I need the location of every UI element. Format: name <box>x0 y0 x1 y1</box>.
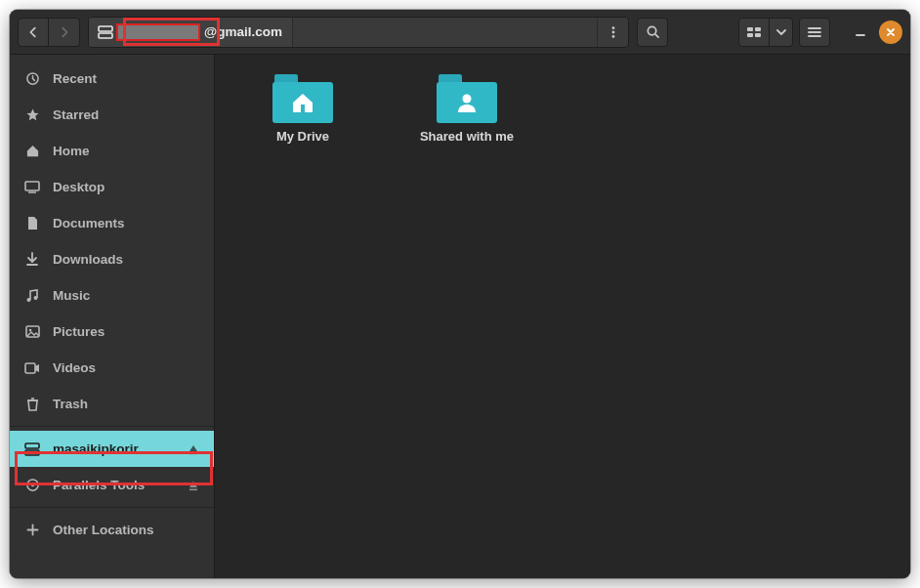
svg-point-19 <box>27 298 31 302</box>
folder-label: My Drive <box>276 129 329 144</box>
sidebar-item-pictures[interactable]: Pictures <box>10 314 214 350</box>
svg-rect-34 <box>301 105 305 112</box>
svg-point-35 <box>463 95 472 104</box>
drive-icon <box>23 441 41 458</box>
svg-point-22 <box>28 329 31 332</box>
music-icon <box>23 287 41 305</box>
svg-point-5 <box>648 26 655 34</box>
icon-view[interactable]: My Drive Shared with me <box>215 55 910 578</box>
trash-icon <box>23 396 41 413</box>
minimize-button[interactable] <box>848 18 873 47</box>
svg-rect-23 <box>25 363 35 373</box>
sidebar-item-home[interactable]: Home <box>10 133 214 169</box>
svg-rect-16 <box>25 182 39 190</box>
nav-forward-button[interactable] <box>49 18 80 47</box>
pictures-icon <box>23 323 41 341</box>
path-label: @gmail.com <box>204 24 282 39</box>
svg-point-3 <box>611 30 614 33</box>
sidebar-item-downloads[interactable]: Downloads <box>10 241 214 277</box>
search-button[interactable] <box>637 18 668 47</box>
star-icon <box>23 106 41 124</box>
sidebar-item-starred[interactable]: Starred <box>10 97 214 133</box>
hamburger-menu-button[interactable] <box>799 18 830 47</box>
svg-point-4 <box>611 34 614 37</box>
svg-rect-31 <box>189 488 197 490</box>
svg-rect-8 <box>755 27 761 31</box>
path-menu-button[interactable] <box>597 18 628 47</box>
folder-icon <box>272 74 333 123</box>
svg-line-6 <box>655 34 658 37</box>
file-manager-window: @gmail.com <box>10 10 910 578</box>
download-icon <box>23 251 41 269</box>
sidebar-item-documents[interactable]: Documents <box>10 205 214 241</box>
sidebar-mount-google-drive[interactable]: masaikipkorir… <box>10 431 214 467</box>
folder-shared-with-me[interactable]: Shared with me <box>408 74 525 144</box>
videos-icon <box>23 359 41 377</box>
eject-button[interactable] <box>185 477 202 494</box>
document-icon <box>23 215 41 232</box>
folder-icon <box>437 74 497 123</box>
svg-rect-0 <box>99 26 112 31</box>
sidebar-mount-parallels[interactable]: Parallels Tools <box>10 467 214 503</box>
location-pathbar[interactable]: @gmail.com <box>88 17 629 48</box>
svg-rect-1 <box>99 33 112 38</box>
clock-icon <box>23 70 41 88</box>
desktop-icon <box>23 179 41 196</box>
redacted-username <box>116 23 200 41</box>
folder-label: Shared with me <box>420 129 514 144</box>
svg-rect-27 <box>25 450 39 455</box>
svg-rect-10 <box>755 33 761 37</box>
svg-rect-28 <box>189 452 197 454</box>
home-icon <box>23 143 41 160</box>
sidebar-separator <box>10 426 214 427</box>
svg-rect-9 <box>747 33 753 37</box>
view-mode-button[interactable] <box>738 18 770 47</box>
sidebar-item-recent[interactable]: Recent <box>10 61 214 97</box>
drive-icon <box>97 23 114 41</box>
places-sidebar: Recent Starred Home Desktop Documents Do… <box>10 55 215 578</box>
svg-point-30 <box>30 483 33 486</box>
folder-my-drive[interactable]: My Drive <box>244 74 361 144</box>
sidebar-item-desktop[interactable]: Desktop <box>10 169 214 205</box>
path-segment[interactable]: @gmail.com <box>89 18 293 47</box>
sidebar-item-music[interactable]: Music <box>10 277 214 314</box>
plus-icon <box>23 522 41 539</box>
eject-button[interactable] <box>185 441 202 458</box>
view-mode-dropdown[interactable] <box>770 18 793 47</box>
sidebar-item-trash[interactable]: Trash <box>10 386 214 422</box>
disc-icon <box>23 477 41 494</box>
nav-back-button[interactable] <box>18 18 49 47</box>
headerbar: @gmail.com <box>10 10 910 55</box>
sidebar-other-locations[interactable]: Other Locations <box>10 512 214 548</box>
svg-point-20 <box>34 296 38 300</box>
svg-rect-26 <box>25 443 39 448</box>
close-button[interactable] <box>879 21 902 44</box>
svg-rect-7 <box>747 27 753 31</box>
sidebar-separator <box>10 507 214 508</box>
sidebar-item-videos[interactable]: Videos <box>10 350 214 386</box>
svg-point-2 <box>611 26 614 29</box>
